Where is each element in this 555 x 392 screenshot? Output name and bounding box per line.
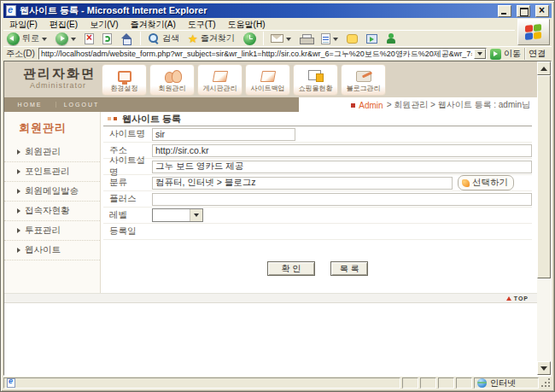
- scrollbar-thumb[interactable]: [537, 75, 551, 278]
- sidebar-title: 회원관리: [19, 120, 100, 136]
- nav-card-backup[interactable]: 사이트백업: [245, 64, 290, 96]
- address-dropdown-button[interactable]: [474, 49, 486, 59]
- messenger-icon: [386, 33, 396, 44]
- tab-logout[interactable]: LOGOUT: [56, 102, 107, 108]
- sidebar-item-website[interactable]: 웹사이트: [4, 241, 100, 260]
- status-main-pane: [3, 377, 400, 389]
- tab-bar: HOME LOGOUT: [4, 97, 299, 112]
- menu-help[interactable]: 도움말(H): [222, 19, 272, 31]
- status-pane: [420, 377, 436, 389]
- back-dropdown-icon[interactable]: [42, 38, 47, 44]
- nav-card-settings[interactable]: 환경설정: [102, 64, 147, 96]
- field-row-regdate: 등록일: [103, 224, 532, 240]
- messenger-button[interactable]: [383, 31, 400, 47]
- address-input[interactable]: [39, 49, 474, 59]
- form-title: 웹사이트 등록: [103, 112, 532, 126]
- confirm-button[interactable]: 확 인: [267, 261, 315, 276]
- url-input[interactable]: [152, 144, 532, 157]
- nav-card-blog[interactable]: 블로그관리: [341, 64, 386, 96]
- description-input[interactable]: [152, 161, 532, 173]
- forward-icon: [56, 32, 68, 45]
- bullet-icon: [17, 208, 20, 214]
- breadcrumb-admin[interactable]: Admin: [359, 101, 383, 110]
- refresh-button[interactable]: [99, 31, 115, 47]
- vertical-scrollbar[interactable]: [537, 61, 551, 375]
- search-icon: [148, 32, 160, 44]
- back-button[interactable]: 뒤로: [3, 31, 50, 47]
- home-button[interactable]: [117, 31, 137, 47]
- favorites-button[interactable]: ★ 즐겨찾기: [184, 31, 238, 47]
- discuss-icon: [347, 34, 358, 44]
- forward-button[interactable]: [52, 31, 79, 47]
- select-hand-icon: [462, 179, 470, 187]
- sidebar-item-points[interactable]: 포인트관리: [4, 162, 100, 182]
- tab-home[interactable]: HOME: [4, 102, 56, 108]
- menu-tools[interactable]: 도구(T): [182, 19, 222, 31]
- search-button[interactable]: 검색: [144, 31, 183, 47]
- browser-window: 웹사이트 등록 - Microsoft Internet Explorer 파일…: [0, 0, 555, 392]
- nav-card-members[interactable]: 회원관리: [149, 64, 195, 96]
- minimize-button[interactable]: [498, 5, 511, 17]
- select-category-button[interactable]: 선택하기: [458, 175, 514, 190]
- sidebar-item-vote[interactable]: 투표관리: [4, 221, 100, 241]
- globe-icon: [477, 378, 487, 388]
- field-row-sitename: 사이트명: [103, 126, 532, 143]
- breadcrumb-path: > 회원관리 > 웹사이트 등록 : admin님: [387, 99, 530, 111]
- mail-dropdown-icon[interactable]: [286, 38, 291, 44]
- menu-favorites[interactable]: 즐겨찾기(A): [124, 19, 181, 31]
- discuss-button[interactable]: [343, 31, 361, 47]
- page-viewport: 관리자화면 Administrator 환경설정 회원관리 게시판관리 사이트백…: [3, 61, 552, 376]
- edit-dropdown-icon[interactable]: [333, 38, 338, 44]
- menu-edit[interactable]: 편집(E): [44, 19, 84, 31]
- address-label: 주소(D): [6, 48, 35, 60]
- list-button[interactable]: 목 록: [330, 261, 368, 276]
- nav-card-shop[interactable]: 쇼핑몰현황: [293, 64, 338, 96]
- mail-icon: [271, 34, 283, 43]
- forward-dropdown-icon[interactable]: [71, 38, 76, 44]
- print-button[interactable]: [296, 31, 316, 47]
- back-icon: [7, 32, 20, 45]
- nav-card-board[interactable]: 게시판관리: [197, 64, 242, 96]
- scroll-up-button[interactable]: [537, 61, 551, 75]
- top-arrow-icon: [506, 296, 511, 301]
- stop-icon: [85, 33, 94, 44]
- sidebar-item-visitors[interactable]: 접속자현황: [4, 202, 100, 221]
- top-link[interactable]: TOP: [4, 293, 537, 303]
- field-row-category: 분류 선택하기: [103, 175, 532, 191]
- home-icon: [120, 32, 133, 44]
- menu-view[interactable]: 보기(V): [84, 19, 124, 31]
- close-button[interactable]: [535, 5, 549, 17]
- window-title: 웹사이트 등록 - Microsoft Internet Explorer: [20, 4, 493, 17]
- history-button[interactable]: [240, 31, 260, 47]
- windows-logo: [517, 19, 550, 45]
- go-icon: [490, 49, 501, 60]
- go-button[interactable]: 이동: [490, 48, 521, 60]
- status-page-icon: [7, 378, 15, 388]
- level-select-arrow-icon[interactable]: [190, 209, 202, 221]
- mail-button[interactable]: [267, 31, 295, 47]
- maximize-button[interactable]: [517, 5, 530, 17]
- backup-icon: [260, 71, 275, 82]
- links-label[interactable]: 연결: [524, 48, 549, 60]
- plus-input[interactable]: [152, 193, 532, 206]
- category-input[interactable]: [152, 177, 453, 190]
- menu-bar: 파일(F) 편집(E) 보기(V) 즐겨찾기(A) 도구(T) 도움말(H): [3, 19, 515, 30]
- media-button[interactable]: [363, 31, 381, 47]
- menu-file[interactable]: 파일(F): [3, 19, 44, 31]
- refresh-icon: [102, 33, 112, 44]
- scroll-down-button[interactable]: [537, 361, 551, 375]
- title-bar: 웹사이트 등록 - Microsoft Internet Explorer: [3, 3, 552, 18]
- edit-button[interactable]: [318, 31, 342, 47]
- ie-page-icon: [6, 5, 16, 16]
- website-form: 웹사이트 등록 사이트명 주소 사이트설명 분류 선택하기: [103, 112, 532, 276]
- level-select[interactable]: [152, 208, 203, 222]
- members-icon: [164, 70, 181, 82]
- sitename-input[interactable]: [152, 128, 295, 141]
- resize-grip[interactable]: [540, 377, 552, 389]
- sidebar-item-members[interactable]: 회원관리: [4, 143, 100, 162]
- admin-page-subtitle: Administrator: [30, 81, 86, 90]
- sidebar-item-mail[interactable]: 회원메일발송: [4, 182, 100, 202]
- stop-button[interactable]: [81, 31, 97, 47]
- bullet-icon: [17, 228, 20, 233]
- favorites-star-icon: ★: [188, 33, 198, 44]
